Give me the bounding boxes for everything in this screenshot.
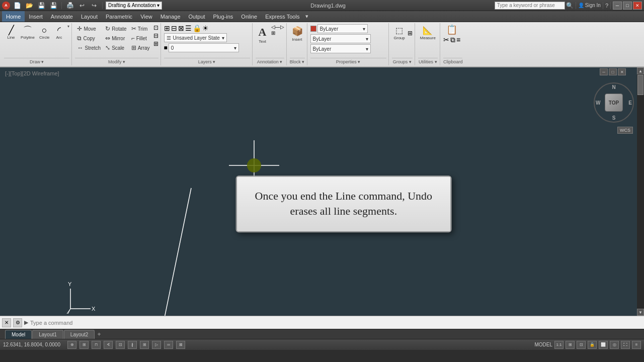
fillet-btn[interactable]: ⌐ Fillet: [129, 34, 152, 43]
customization-btn[interactable]: ≡: [632, 341, 641, 349]
rotate-btn[interactable]: ↻ Rotate: [103, 24, 128, 33]
layer-icon-2[interactable]: ⊟: [171, 24, 177, 32]
menu-output[interactable]: Output: [185, 11, 209, 22]
undo-btn[interactable]: ↩: [77, 1, 87, 10]
scroll-track[interactable]: [637, 74, 644, 309]
annotation-scale[interactable]: ⊞: [566, 341, 575, 349]
menu-layout[interactable]: Layout: [77, 11, 102, 22]
move-btn[interactable]: ✛ Move: [75, 24, 103, 33]
tab-layout1[interactable]: Layout1: [32, 330, 63, 339]
menu-more[interactable]: ▾: [305, 13, 308, 20]
circle-btn[interactable]: ○ Circle: [37, 24, 51, 41]
menu-plugins[interactable]: Plug-ins: [209, 11, 237, 22]
text-btn[interactable]: A Text: [256, 24, 270, 45]
line-btn[interactable]: ╱ Line: [4, 24, 18, 41]
search-input[interactable]: [495, 2, 565, 10]
search-icon[interactable]: 🔍: [566, 2, 574, 9]
measure-btn[interactable]: 📐 Measure: [418, 24, 438, 42]
save-file-btn[interactable]: 💾: [36, 1, 46, 10]
scale-btn[interactable]: ⤡ Scale: [103, 43, 128, 52]
paste-large-icon[interactable]: 📋: [446, 24, 457, 35]
workspace-dropdown[interactable]: Drafting & Annotation ▾: [106, 2, 162, 10]
cut-icon[interactable]: ✂: [443, 36, 449, 44]
linetype-dropdown[interactable]: ByLayer ▾: [310, 34, 371, 43]
match-icon[interactable]: ≡: [456, 36, 460, 44]
ducs-btn[interactable]: ⊞: [140, 341, 149, 349]
otrack-btn[interactable]: ∦: [128, 341, 137, 349]
dim-icon[interactable]: ◁—▷: [271, 24, 284, 30]
layer-icon-4[interactable]: ☰: [185, 24, 192, 32]
layer-icon-5[interactable]: 🔒: [193, 24, 201, 32]
tp-btn[interactable]: ⊠: [176, 341, 185, 349]
snap-btn[interactable]: ⊕: [67, 341, 76, 349]
hardware-accel[interactable]: ⬜: [599, 341, 608, 349]
group-btn[interactable]: ⬚ Group: [392, 24, 407, 42]
copy-small-icon[interactable]: ⧉: [450, 36, 455, 44]
mirror-btn[interactable]: ⇔ Mirror: [103, 34, 128, 43]
layer-state-dropdown[interactable]: ☰ Unsaved Layer State ▾: [164, 33, 227, 42]
menu-home[interactable]: Home: [2, 11, 25, 22]
cmd-settings-btn[interactable]: ⚙: [13, 318, 22, 327]
polyline-btn[interactable]: ⌒ Polyline: [19, 24, 37, 41]
stretch-btn[interactable]: ↔ Stretch: [75, 43, 103, 52]
isolate-obj[interactable]: ◎: [610, 341, 619, 349]
copy-btn[interactable]: ⧉ Copy: [75, 34, 103, 43]
lineweight-dropdown[interactable]: ByLayer ▾: [310, 44, 371, 53]
sign-in[interactable]: Sign In: [585, 3, 601, 8]
menu-view[interactable]: View: [136, 11, 156, 22]
layer-icon-3[interactable]: ⊠: [178, 24, 184, 32]
menu-annotate[interactable]: Annotate: [47, 11, 77, 22]
model-label[interactable]: MODEL: [534, 342, 552, 347]
scroll-up-btn[interactable]: ▲: [637, 67, 644, 74]
command-input[interactable]: [30, 318, 642, 327]
polar-btn[interactable]: ∢: [104, 341, 113, 349]
modify-extra-3[interactable]: ⊞: [153, 40, 158, 47]
new-file-btn[interactable]: 📄: [12, 1, 22, 10]
lw-btn[interactable]: ═: [164, 341, 173, 349]
menu-parametric[interactable]: Parametric: [102, 11, 136, 22]
compass-center[interactable]: TOP: [605, 94, 623, 112]
ortho-btn[interactable]: ⊓: [92, 341, 101, 349]
workspace-switch[interactable]: ⊡: [577, 341, 586, 349]
groups-extra[interactable]: ⊞: [408, 30, 413, 37]
layer-icon-6[interactable]: ☀: [202, 24, 209, 32]
grid-btn[interactable]: ⊞: [79, 341, 89, 349]
vp-close-btn[interactable]: ✕: [618, 68, 626, 75]
modify-extra-1[interactable]: ⊡: [153, 24, 158, 31]
close-btn[interactable]: ✕: [633, 2, 642, 10]
array-btn[interactable]: ⊞ Array: [129, 43, 152, 52]
fullscreen-btn[interactable]: ⛶: [621, 341, 630, 349]
arc-btn[interactable]: ◜ Arc: [52, 24, 66, 41]
menu-insert[interactable]: Insert: [25, 11, 47, 22]
vp-minimize-btn[interactable]: ─: [600, 68, 608, 75]
menu-express[interactable]: Express Tools: [261, 11, 303, 22]
menu-online[interactable]: Online: [237, 11, 261, 22]
osnap-btn[interactable]: ⊡: [116, 341, 125, 349]
tab-layout2[interactable]: Layout2: [64, 330, 95, 339]
insert-btn[interactable]: 📦 Insert: [290, 24, 305, 43]
tab-add-btn[interactable]: +: [97, 331, 101, 338]
viewport-scale[interactable]: 1:1: [554, 341, 564, 349]
minimize-btn[interactable]: ─: [613, 2, 622, 10]
layer-name-dropdown[interactable]: 0 ▾: [169, 43, 239, 52]
open-file-btn[interactable]: 📂: [24, 1, 34, 10]
table-icon[interactable]: ⊞: [271, 30, 284, 36]
modify-extra-2[interactable]: ⊟: [153, 32, 158, 39]
dyn-btn[interactable]: ▷: [152, 341, 161, 349]
redo-btn[interactable]: ↪: [89, 1, 99, 10]
print-btn[interactable]: 🖨️: [65, 1, 75, 10]
tab-model[interactable]: Model: [5, 330, 32, 339]
save-as-btn[interactable]: 💾: [48, 1, 58, 10]
cmd-close-btn[interactable]: ✕: [2, 318, 11, 327]
draw-expand[interactable]: ▾: [67, 24, 69, 29]
menu-manage[interactable]: Manage: [156, 11, 185, 22]
maximize-btn[interactable]: □: [623, 2, 632, 10]
color-dropdown[interactable]: ByLayer ▾: [317, 24, 368, 33]
scroll-thumb[interactable]: [637, 75, 643, 95]
trim-btn[interactable]: ✂ Trim: [129, 24, 152, 33]
help-icon[interactable]: ?: [605, 3, 608, 9]
layer-icon-1[interactable]: ⊞: [164, 24, 170, 32]
vp-maximize-btn[interactable]: □: [609, 68, 617, 75]
scroll-down-btn[interactable]: ▼: [637, 309, 644, 316]
lock-ui-btn[interactable]: 🔒: [588, 341, 597, 349]
